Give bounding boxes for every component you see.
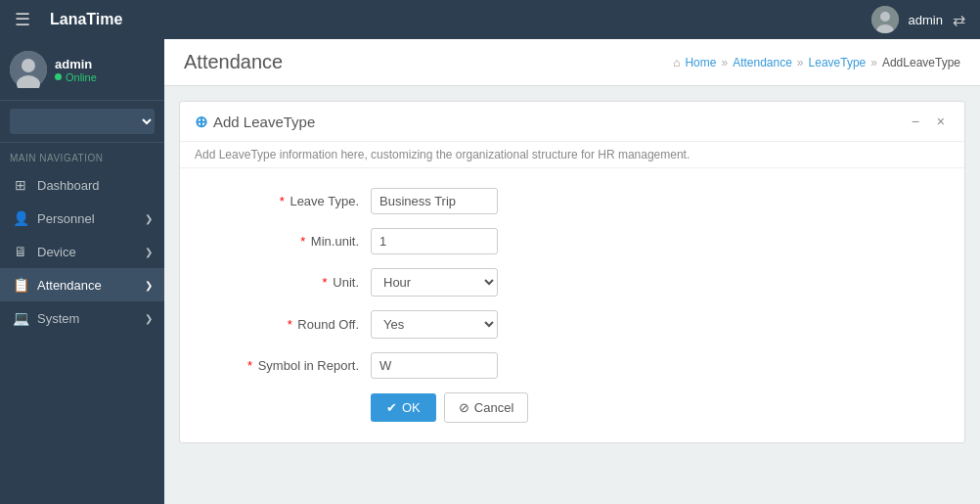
ok-check-icon: ✔ [386,400,397,415]
sidebar-item-personnel[interactable]: 👤 Personnel ❯ [0,202,164,235]
personnel-icon: 👤 [12,210,29,226]
page-header: Attendance ⌂ Home » Attendance » LeaveTy… [164,39,980,86]
minimize-button[interactable]: − [907,112,924,131]
sidebar-avatar [10,51,47,88]
card-title: Add LeaveType [213,114,315,130]
breadcrumb-home[interactable]: Home [685,56,716,69]
card-subtitle: Add LeaveType information here, customiz… [180,142,964,168]
svg-point-1 [880,12,890,22]
sidebar-username: admin [55,57,97,71]
chevron-right-icon: ❯ [145,213,153,224]
avatar [871,6,899,33]
topbar-right: admin ⇄ [871,6,965,33]
required-marker: * [300,234,305,249]
card-header-title: ⊕ Add LeaveType [195,113,315,131]
round-off-label: * Round Off. [195,317,371,332]
unit-label: * Unit. [195,275,371,290]
symbol-row: * Symbol in Report. [195,352,950,379]
chevron-right-icon: ❯ [145,313,153,324]
sidebar-item-device[interactable]: 🖥 Device ❯ [0,235,164,268]
system-icon: 💻 [12,310,29,326]
form-actions: ✔ OK ⊘ Cancel [195,392,950,423]
required-marker: * [280,194,285,208]
breadcrumb-sep-2: » [797,56,804,69]
sidebar-item-label: System [37,311,79,326]
sidebar-item-system[interactable]: 💻 System ❯ [0,301,164,335]
sidebar-item-attendance[interactable]: 📋 Attendance ❯ [0,268,164,301]
topbar: ☰ LanaTime admin ⇄ [0,0,980,39]
card-header-actions: − × [907,112,950,131]
required-marker: * [288,317,292,332]
sidebar-item-dashboard[interactable]: ⊞ Dashboard [0,168,164,202]
breadcrumb-active: AddLeaveType [882,56,960,69]
app-brand: LanaTime [50,11,871,28]
breadcrumb-attendance[interactable]: Attendance [733,56,792,69]
sidebar-user-info: admin Online [55,57,97,83]
chevron-right-icon: ❯ [145,247,153,257]
sidebar-user: admin Online [0,39,164,101]
card-body: * Leave Type. * Min.unit. * [180,168,964,442]
leave-type-row: * Leave Type. [195,188,950,214]
min-unit-label: * Min.unit. [195,234,371,249]
leave-type-input[interactable] [371,188,498,214]
sidebar-item-label: Dashboard [37,178,100,193]
sidebar-nav-label: MAIN NAVIGATION [0,143,164,168]
min-unit-row: * Min.unit. [195,228,950,254]
breadcrumb-sep-3: » [870,56,877,69]
ok-label: OK [402,400,421,415]
add-icon: ⊕ [195,113,207,131]
cancel-label: Cancel [474,400,513,415]
sidebar-search-wrap [0,101,164,143]
cancel-button[interactable]: ⊘ Cancel [444,392,528,423]
chevron-right-icon: ❯ [145,280,153,291]
symbol-input[interactable] [371,352,498,379]
required-marker: * [323,275,328,290]
leave-type-label: * Leave Type. [195,194,371,208]
symbol-label: * Symbol in Report. [195,358,371,373]
home-icon: ⌂ [673,56,680,69]
min-unit-input[interactable] [371,228,498,254]
page-title: Attendance [184,51,283,73]
breadcrumb: ⌂ Home » Attendance » LeaveType » AddLea… [673,56,960,69]
ok-button[interactable]: ✔ OK [371,393,436,422]
sidebar-item-label: Device [37,245,76,259]
unit-row: * Unit. Hour Day Half Day [195,268,950,297]
layout: admin Online MAIN NAVIGATION ⊞ Dashboard… [0,39,980,504]
status-dot [55,73,62,80]
cancel-icon: ⊘ [459,400,469,415]
round-off-select[interactable]: Yes No [371,310,498,339]
device-icon: 🖥 [12,244,29,259]
add-leave-type-card: ⊕ Add LeaveType − × Add LeaveType inform… [179,101,965,443]
required-marker: * [247,358,252,373]
breadcrumb-leavetype[interactable]: LeaveType [809,56,867,69]
sidebar-search-select[interactable] [10,109,155,134]
main-content: Attendance ⌂ Home » Attendance » LeaveTy… [164,39,980,504]
round-off-row: * Round Off. Yes No [195,310,950,339]
topbar-username: admin [909,13,943,27]
sidebar: admin Online MAIN NAVIGATION ⊞ Dashboard… [0,39,164,504]
close-button[interactable]: × [932,112,950,131]
svg-point-4 [22,59,35,72]
unit-select[interactable]: Hour Day Half Day [371,268,498,297]
sidebar-status: Online [55,71,97,83]
share-icon[interactable]: ⇄ [953,11,965,29]
dashboard-icon: ⊞ [12,177,29,193]
breadcrumb-sep-1: » [721,56,728,69]
attendance-icon: 📋 [12,277,29,293]
sidebar-item-label: Attendance [37,278,102,293]
menu-icon[interactable]: ☰ [15,9,30,30]
sidebar-item-label: Personnel [37,211,95,226]
card-header: ⊕ Add LeaveType − × [180,102,964,142]
